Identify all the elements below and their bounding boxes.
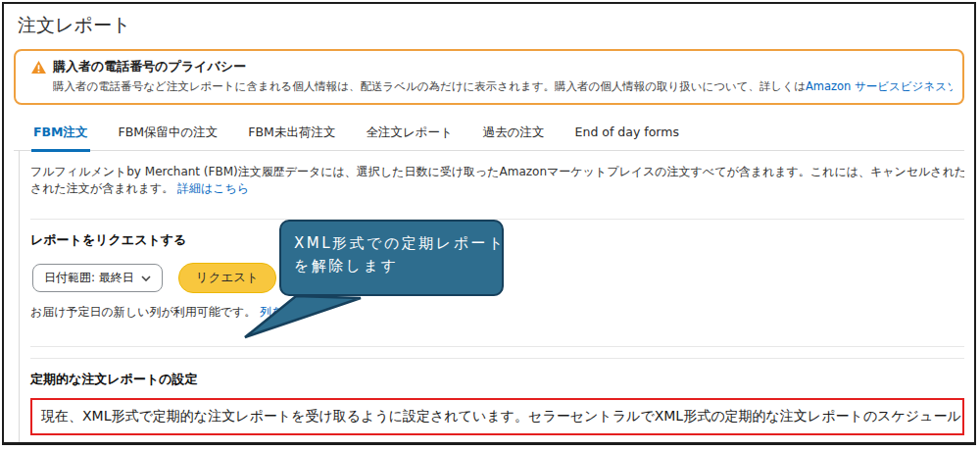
tab-fbm-pending-orders[interactable]: FBM保留中の注文 <box>117 121 220 150</box>
note-text: お届け予定日の新しい列が利用可能です。 <box>30 305 256 319</box>
tab-all-orders-report[interactable]: 全注文レポート <box>364 121 454 150</box>
divider <box>30 346 964 347</box>
order-report-page: 注文レポート 購入者の電話番号のプライバシー 購入者の電話番号など注文レポートに… <box>2 2 976 445</box>
banner-title-row: 購入者の電話番号のプライバシー <box>31 58 953 75</box>
page-title: 注文レポート <box>18 13 974 38</box>
date-range-value: 日付範囲: 最終日 <box>44 270 134 286</box>
request-button[interactable]: リクエスト <box>178 263 276 293</box>
banner-title: 購入者の電話番号のプライバシー <box>53 58 246 75</box>
warning-icon <box>31 61 46 74</box>
date-range-dropdown[interactable]: 日付範囲: 最終日 <box>32 264 163 292</box>
tab-past-orders[interactable]: 過去の注文 <box>481 121 547 150</box>
chevron-down-icon <box>141 276 151 281</box>
intro-line-1: フルフィルメントby Merchant (FBM)注文履歴データには、選択した日… <box>30 164 964 180</box>
divider <box>30 358 964 359</box>
fbm-intro-text: フルフィルメントby Merchant (FBM)注文履歴データには、選択した日… <box>30 164 964 197</box>
privacy-warning-banner: 購入者の電話番号のプライバシー 購入者の電話番号など注文レポートに含まれる個人情… <box>14 49 964 105</box>
tooltip-line-1: XML形式での定期レポート設定 <box>294 232 502 255</box>
tooltip-line-2: を解除します <box>294 255 502 277</box>
tab-fbm-orders[interactable]: FBM注文 <box>31 121 90 152</box>
xml-schedule-alert: 現在、XML形式で定期的な注文レポートを受け取るように設定されています。セラーセ… <box>30 398 964 435</box>
tab-fbm-unshipped-orders[interactable]: FBM未出荷注文 <box>246 121 337 150</box>
learn-more-link[interactable]: 詳細はこちら <box>177 181 249 195</box>
tab-content-panel: フルフィルメントby Merchant (FBM)注文履歴データには、選択した日… <box>19 151 974 445</box>
tab-end-of-day-forms[interactable]: End of day forms <box>573 121 681 150</box>
divider <box>30 444 964 445</box>
banner-body: 購入者の電話番号など注文レポートに含まれる個人情報は、配送ラベルの為だけに表示さ… <box>53 79 953 94</box>
tooltip-tail <box>237 291 367 344</box>
report-tabs: FBM注文 FBM保留中の注文 FBM未出荷注文 全注文レポート 過去の注文 E… <box>14 121 964 151</box>
scheduled-report-heading: 定期的な注文レポートの設定 <box>30 371 964 388</box>
business-solutions-agreement-link[interactable]: Amazon サービスビジネスソリューション契約 <box>806 79 953 93</box>
intro-line-2: された注文が含まれます。 詳細はこちら <box>30 180 964 197</box>
xml-unsubscribe-tooltip: XML形式での定期レポート設定 を解除します <box>279 220 504 296</box>
intro-line-2-text: された注文が含まれます。 <box>30 181 173 195</box>
banner-text: 購入者の電話番号など注文レポートに含まれる個人情報は、配送ラベルの為だけに表示さ… <box>53 79 806 93</box>
new-column-note: お届け予定日の新しい列が利用可能です。 列を追加 <box>30 304 964 321</box>
